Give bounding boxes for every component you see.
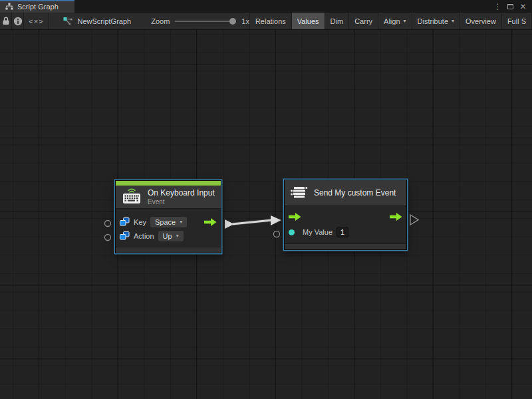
script-graph-window: Script Graph ⋮ ✕ <×> [0,0,532,399]
node-subtitle: Event [148,198,215,205]
values-button[interactable]: Values [292,13,325,29]
chevron-down-icon: ▾ [180,219,182,225]
distribute-dropdown-button[interactable]: Distribute ▾ [412,13,460,29]
node-body: Key Space ▾ Action [116,208,221,247]
tab-script-graph[interactable]: Script Graph [0,0,74,13]
window-controls: ⋮ ✕ [493,0,532,13]
tab-accent-line [0,0,74,1]
key-dropdown[interactable]: Space ▾ [150,217,187,227]
relations-button[interactable]: Relations [250,13,292,29]
chevron-down-icon: ▾ [176,233,179,239]
window-menu-icon[interactable]: ⋮ [493,1,503,11]
node-header[interactable]: Send My custom Event [285,180,406,205]
zoom-value: 1x [241,17,249,25]
output-port-send[interactable] [410,215,418,225]
input-port-action[interactable] [105,235,111,241]
control-output-arrow-icon[interactable] [204,218,217,226]
fullscreen-button[interactable]: Full S [502,13,532,29]
lock-button[interactable] [0,13,12,29]
value-port-dot-icon[interactable] [289,229,295,235]
my-value-input[interactable]: 1 [336,227,348,237]
chevron-down-icon: ▾ [452,18,454,24]
port-row-my-value: My Value 1 [289,225,402,239]
graph-asset-icon [63,17,73,25]
toolbar-buttons: Relations Values Dim Carry Align ▾ Distr… [249,13,532,29]
keyboard-icon [122,188,142,205]
carry-button[interactable]: Carry [349,13,378,29]
graph-toolbar: <×> NewScriptGraph Zoom 1x Relations [0,13,532,30]
connection-wire[interactable] [232,220,272,224]
zoom-slider-handle[interactable] [229,18,236,25]
action-dropdown[interactable]: Up ▾ [158,231,184,241]
dim-button[interactable]: Dim [325,13,350,29]
zoom-control: Zoom 1x [151,13,249,29]
output-port-trigger[interactable] [225,219,234,229]
value-literal-icon [120,231,130,240]
close-icon[interactable]: ✕ [518,1,528,11]
custom-event-icon [291,186,308,200]
maximize-icon[interactable] [505,1,515,11]
code-preview-toggle[interactable]: <×> [24,13,49,29]
graph-canvas[interactable]: On Keyboard Input Event Key Space ▾ [0,30,532,399]
chevron-down-icon: ▾ [404,18,406,24]
value-literal-icon [120,217,130,226]
overview-button[interactable]: Overview [460,13,502,29]
connections-overlay [0,30,532,399]
info-button[interactable] [12,13,24,29]
control-output-arrow-icon[interactable] [390,213,402,221]
port-label-my-value: My Value [303,228,332,236]
control-input-arrow-icon[interactable] [289,213,301,221]
script-graph-icon [5,3,13,11]
input-port-my-value[interactable] [274,231,280,237]
node-title: Send My custom Event [314,188,396,198]
tab-label: Script Graph [17,3,59,11]
titlebar: Script Graph ⋮ ✕ [0,0,532,13]
lock-icon [2,17,10,25]
zoom-label: Zoom [151,17,170,25]
port-label-action: Action [134,232,154,240]
node-title: On Keyboard Input [148,188,215,198]
node-header[interactable]: On Keyboard Input Event [116,186,221,208]
control-ports-row [289,210,402,223]
connection-wire-outline [232,220,272,224]
port-row-action: Action Up ▾ [120,229,217,243]
node-footer [116,247,221,253]
zoom-slider[interactable] [175,18,236,25]
node-footer [285,243,406,249]
event-color-bar [116,181,221,186]
input-port-key[interactable] [105,221,111,227]
zoom-slider-track [175,21,236,22]
node-body: My Value 1 [285,205,406,243]
graph-asset-reference[interactable]: NewScriptGraph [63,13,131,29]
node-on-keyboard-input[interactable]: On Keyboard Input Event Key Space ▾ [115,180,221,253]
node-send-my-custom-event[interactable]: Send My custom Event My Value 1 [284,180,407,250]
connection-arrowhead [271,215,281,225]
port-row-key: Key Space ▾ [120,215,217,229]
port-label-key: Key [134,218,146,226]
graph-name: NewScriptGraph [77,17,131,25]
align-dropdown-button[interactable]: Align ▾ [378,13,412,29]
info-icon [13,17,23,26]
